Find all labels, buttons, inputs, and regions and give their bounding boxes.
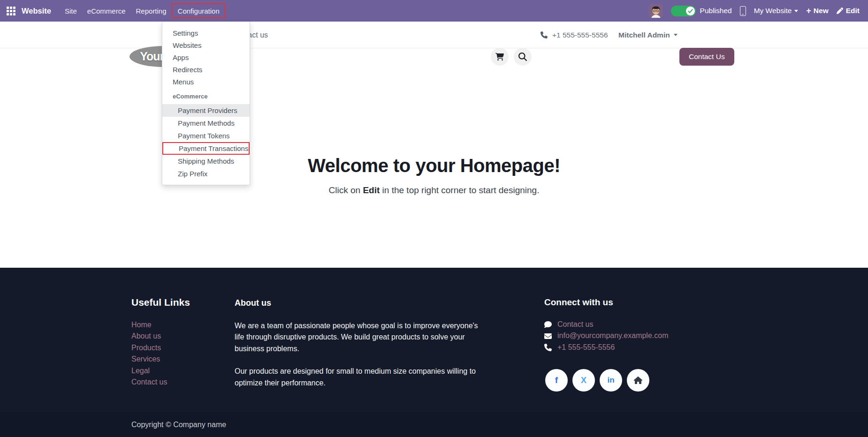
footer-useful-links: Useful Links Home About us Products Serv… xyxy=(131,297,190,388)
dropdown-item-websites[interactable]: Websites xyxy=(162,39,250,52)
site-header: YourLogo ntact us +1 555-555-5556 Mitche… xyxy=(0,22,868,48)
footer-connect-title: Connect with us xyxy=(544,297,669,308)
footer-link-home[interactable]: Home xyxy=(131,319,190,331)
copyright-text: Copyright © Company name xyxy=(131,421,226,429)
header-phone[interactable]: +1 555-555-5556 xyxy=(541,22,608,48)
edit-button[interactable]: Edit xyxy=(837,7,860,15)
footer-phone-label: +1 555-555-5556 xyxy=(557,342,615,353)
subtitle-edit-word: Edit xyxy=(363,185,380,195)
main-content: Welcome to your Homepage! Click on Edit … xyxy=(0,48,868,268)
logo-text-bold: Your xyxy=(140,50,164,63)
pencil-icon xyxy=(837,8,843,14)
dropdown-item-payment-transactions[interactable]: Payment Transactions xyxy=(162,142,250,155)
home-icon[interactable] xyxy=(627,369,649,392)
dropdown-section-ecommerce: eCommerce xyxy=(162,91,250,102)
check-icon xyxy=(686,7,695,15)
subtitle-pre: Click on xyxy=(329,185,363,195)
new-button[interactable]: + New xyxy=(806,7,828,15)
search-icon xyxy=(518,53,527,61)
site-footer: Useful Links Home About us Products Serv… xyxy=(0,268,868,437)
user-account-dropdown[interactable]: Mitchell Admin xyxy=(618,22,678,48)
footer-link-about-us[interactable]: About us xyxy=(131,331,190,342)
footer-phone-link[interactable]: +1 555-555-5556 xyxy=(544,342,669,353)
footer-link-contact-us[interactable]: Contact us xyxy=(131,377,190,388)
page: Website Site eCommerce Reporting Configu… xyxy=(0,0,868,437)
page-title: Welcome to your Homepage! xyxy=(0,155,868,176)
dropdown-item-payment-tokens[interactable]: Payment Tokens xyxy=(162,129,250,142)
comment-icon xyxy=(544,321,552,328)
social-links: f X in xyxy=(545,369,669,392)
footer-useful-links-title: Useful Links xyxy=(131,297,190,308)
dropdown-item-apps[interactable]: Apps xyxy=(162,52,250,64)
user-name: Mitchell Admin xyxy=(618,31,670,39)
plus-icon: + xyxy=(806,7,811,15)
navbar-left: Website Site eCommerce Reporting Configu… xyxy=(0,0,226,22)
configuration-dropdown: Settings Websites Apps Redirects Menus e… xyxy=(162,22,250,185)
mobile-preview-icon[interactable] xyxy=(740,6,746,16)
dropdown-item-shipping-methods[interactable]: Shipping Methods xyxy=(162,155,250,167)
title-bold: Homepage! xyxy=(460,155,560,176)
edit-button-label: Edit xyxy=(846,7,860,15)
footer-link-products[interactable]: Products xyxy=(131,342,190,354)
footer-about-paragraph-1: We are a team of passionate people whose… xyxy=(235,320,481,354)
user-avatar[interactable] xyxy=(649,4,663,18)
menu-site[interactable]: Site xyxy=(60,0,82,22)
dropdown-item-settings[interactable]: Settings xyxy=(162,27,250,39)
dropdown-item-menus[interactable]: Menus xyxy=(162,76,250,88)
footer-about-paragraph-2: Our products are designed for small to m… xyxy=(235,366,481,389)
website-selector-label: My Website xyxy=(754,7,792,15)
dropdown-item-zip-prefix[interactable]: Zip Prefix xyxy=(162,167,250,180)
page-subtitle: Click on Edit in the top right corner to… xyxy=(0,185,868,196)
publish-toggle-group[interactable]: Published xyxy=(671,6,732,16)
dropdown-item-redirects[interactable]: Redirects xyxy=(162,64,250,76)
facebook-icon[interactable]: f xyxy=(545,369,568,392)
phone-icon xyxy=(544,344,552,351)
subtitle-post: in the top right corner to start designi… xyxy=(380,185,539,195)
header-phone-number: +1 555-555-5556 xyxy=(552,31,608,39)
website-selector[interactable]: My Website xyxy=(754,7,799,15)
cart-icon xyxy=(495,53,504,61)
x-twitter-icon[interactable]: X xyxy=(572,369,595,392)
linkedin-icon[interactable]: in xyxy=(600,369,622,392)
title-regular: Welcome to your xyxy=(308,155,460,176)
backend-navbar: Website Site eCommerce Reporting Configu… xyxy=(0,0,868,22)
new-button-label: New xyxy=(814,7,829,15)
chevron-down-icon xyxy=(794,10,798,12)
envelope-icon xyxy=(544,332,552,340)
menu-ecommerce[interactable]: eCommerce xyxy=(82,0,131,22)
footer-about-us: About us We are a team of passionate peo… xyxy=(235,298,481,389)
footer-link-services[interactable]: Services xyxy=(131,354,190,365)
footer-connect: Connect with us Contact us info@yourcomp… xyxy=(544,297,669,392)
top-menu: Site eCommerce Reporting Configuration xyxy=(60,0,226,22)
footer-email-link[interactable]: info@yourcompany.example.com xyxy=(544,330,669,341)
contact-us-button[interactable]: Contact Us xyxy=(679,48,734,66)
dropdown-item-payment-methods[interactable]: Payment Methods xyxy=(162,117,250,129)
chevron-down-icon xyxy=(674,34,678,36)
menu-configuration[interactable]: Configuration xyxy=(172,3,226,18)
phone-icon xyxy=(541,31,548,38)
search-button[interactable] xyxy=(514,48,532,66)
navbar-right: Published My Website + New Edit xyxy=(649,4,868,18)
dropdown-item-payment-providers[interactable]: Payment Providers xyxy=(162,104,250,117)
footer-about-title: About us xyxy=(235,298,481,308)
publish-toggle[interactable] xyxy=(671,6,696,16)
cart-button[interactable] xyxy=(491,48,509,66)
footer-email-label: info@yourcompany.example.com xyxy=(557,330,669,341)
footer-link-legal[interactable]: Legal xyxy=(131,365,190,377)
footer-contact-link[interactable]: Contact us xyxy=(544,319,669,330)
apps-grid-icon[interactable] xyxy=(7,7,15,15)
menu-reporting[interactable]: Reporting xyxy=(131,0,172,22)
footer-copyright-bar: Copyright © Company name xyxy=(0,412,868,437)
published-label: Published xyxy=(700,7,732,15)
app-brand-website[interactable]: Website xyxy=(22,7,51,15)
footer-contact-label: Contact us xyxy=(557,319,593,330)
